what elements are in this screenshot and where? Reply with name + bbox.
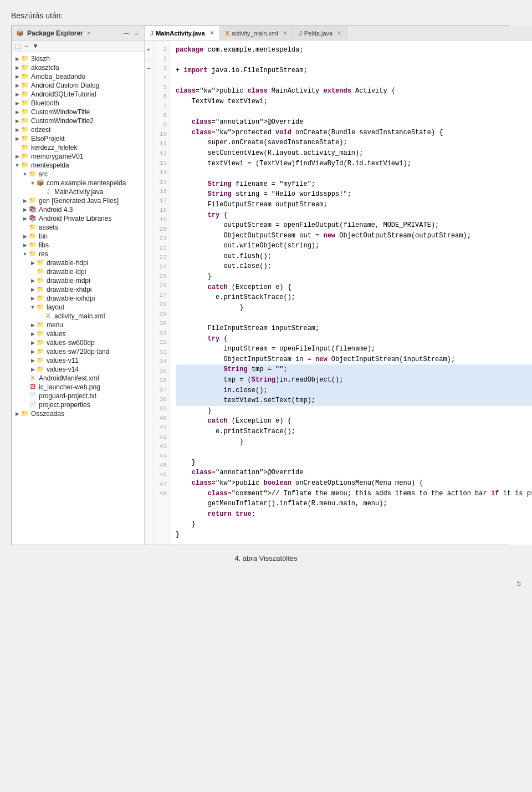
code-line-30: inputStream = openFileInput(filename); [176, 344, 532, 354]
tree-label-ic_launcher_png: ic_launcher-web.png [39, 383, 100, 391]
tree-container[interactable]: ▶ 📁 3kiszh ▶ 📁 akasztcfa ▶ 📁 Amoba_beada… [12, 52, 144, 545]
tree-icon-menu: 📁 [36, 321, 45, 329]
tree-item-mainactivity_java[interactable]: J MainActivity.java [12, 187, 144, 196]
tree-item-elsoprojekt[interactable]: ▶ 📁 ElsoProjekt [12, 134, 144, 143]
tree-item-androidsqlitetutorial[interactable]: ▶ 📁 AndroidSQLiteTutorial [12, 90, 144, 99]
code-line-32: String tmp = ""; [176, 364, 532, 375]
tab-label-pelda_java: Pelda.java [304, 30, 332, 37]
tree-item-android43[interactable]: ▶ 📚 Android 4.3 [12, 205, 144, 214]
code-line-34: in.close(); [176, 385, 532, 396]
gutter-line-42[interactable]: − [145, 64, 153, 73]
tree-label-customwindowtitle2: CustomWindowTitle2 [31, 117, 94, 125]
tree-arrow-drawable_mdpi: ▶ [29, 278, 36, 283]
tree-arrow-3kiszh: ▶ [14, 56, 21, 62]
tree-item-assets[interactable]: 📁 assets [12, 223, 144, 232]
code-line-25: e.printStackTrace(); [176, 292, 532, 303]
code-line-22: out.close(); [176, 261, 532, 272]
tree-label-values_sw600dp: values-sw600dp [47, 339, 95, 347]
tree-item-kerdezz_felelek[interactable]: 📁 kerdezz_felelek [12, 143, 144, 152]
tree-label-kerdezz_felelek: kerdezz_felelek [31, 144, 77, 151]
tree-icon-src: 📁 [28, 170, 37, 178]
tree-item-project_props[interactable]: 📄 project.properties [12, 400, 144, 409]
tree-label-bin: bin [39, 232, 48, 240]
tree-icon-activity_main_xml: X [44, 312, 53, 320]
code-line-6: TextView textView1; [176, 97, 532, 107]
tree-item-edzest[interactable]: ▶ 📁 edzest [12, 125, 144, 134]
code-line-11: setContentView(R.layout.activity_main); [176, 148, 532, 159]
tree-item-drawable_xhdpi[interactable]: ▶ 📁 drawable-xhdpi [12, 285, 144, 294]
tab-close-activity_main_xml[interactable]: ✕ [283, 30, 287, 36]
tree-arrow-drawable_xhdpi: ▶ [29, 287, 36, 292]
tree-item-values_v11[interactable]: ▶ 📁 values-v11 [12, 356, 144, 365]
tree-item-proguard[interactable]: 📄 proguard-project.txt [12, 392, 144, 400]
tree-item-values[interactable]: ▶ 📁 values [12, 329, 144, 338]
tree-label-amoba_beadando: Amoba_beadando [31, 73, 85, 80]
tree-item-android_custom_dialog[interactable]: ▶ 📁 Android Custom Dialog [12, 81, 144, 90]
code-line-43: class="kw">public boolean onCreateOption… [176, 478, 532, 489]
tree-label-androidsqlitetutorial: AndroidSQLiteTutorial [31, 90, 96, 98]
tree-item-src[interactable]: ▼ 📁 src [12, 170, 144, 179]
tree-item-bluetooth[interactable]: ▶ 📁 Bluetooth [12, 99, 144, 108]
tree-item-mentespelda[interactable]: ▼ 📁 mentespelda [12, 161, 144, 170]
tree-item-drawable_ldpi[interactable]: 📁 drawable-ldpi [12, 267, 144, 276]
tree-item-akasztcfa[interactable]: ▶ 📁 akasztcfa [12, 63, 144, 72]
editor-tabs: J MainActivity.java ✕ X activity_main.xm… [145, 26, 532, 40]
tree-label-res: res [39, 250, 48, 258]
tree-label-drawable_hdpi: drawable-hdpi [47, 259, 88, 267]
gutter-line-8[interactable]: − [145, 54, 153, 64]
tree-arrow-osszeadas: ▶ [14, 411, 21, 417]
tree-arrow-androidsqlitetutorial: ▶ [14, 92, 21, 97]
code-line-24: catch (Exception e) { [176, 282, 532, 293]
tab-close-pelda_java[interactable]: ✕ [337, 30, 341, 36]
tree-item-menu[interactable]: ▶ 📁 menu [12, 321, 144, 329]
tab-pelda_java[interactable]: J Pelda.java ✕ [293, 26, 348, 40]
tree-item-amoba_beadando[interactable]: ▶ 📁 Amoba_beadando [12, 72, 144, 81]
maximize-button[interactable]: □ [133, 29, 140, 37]
tree-item-drawable_xxhdpi[interactable]: ▶ 📁 drawable-xxhdpi [12, 294, 144, 303]
tree-label-src: src [39, 170, 48, 178]
figure-caption: 4. ábra Visszatöltés [11, 554, 521, 562]
tree-item-values_sw720dp_land[interactable]: ▶ 📁 values-sw720dp-land [12, 347, 144, 356]
tree-item-bin[interactable]: ▶ 📁 bin [12, 232, 144, 241]
tree-item-activity_main_xml[interactable]: X activity_main.xml [12, 312, 144, 321]
tree-item-customwindowtitle2[interactable]: ▶ 📁 CustomWindowTitle2 [12, 116, 144, 125]
tab-close-mainactivity[interactable]: ✕ [209, 30, 214, 36]
tree-item-memorygamev01[interactable]: ▶ 📁 memorygameV01 [12, 152, 144, 161]
tree-label-androidmanifest: AndroidManifest.xml [39, 374, 99, 382]
tree-item-layout[interactable]: ▼ 📁 layout [12, 303, 144, 312]
code-line-7 [176, 107, 532, 118]
tree-item-ic_launcher_png[interactable]: 🖼 ic_launcher-web.png [12, 383, 144, 392]
tree-item-androidmanifest[interactable]: X AndroidManifest.xml [12, 374, 144, 383]
tree-item-libs[interactable]: ▶ 📁 libs [12, 241, 144, 250]
tree-item-gen[interactable]: ▶ 📁 gen [Generated Java Files] [12, 196, 144, 205]
package-explorer-panel: 📦 Package Explorer ✕ — □ ⬚ ↔ ▼ ▶ 📁 3kisz… [12, 26, 145, 545]
tree-icon-elsoprojekt: 📁 [21, 135, 29, 143]
link-with-editor-button[interactable]: ↔ [23, 42, 30, 50]
tree-item-drawable_mdpi[interactable]: ▶ 📁 drawable-mdpi [12, 276, 144, 285]
minimize-button[interactable]: — [122, 29, 131, 37]
page-number: 5 [11, 579, 521, 587]
tree-item-android_private[interactable]: ▶ 📚 Android Private Libraries [12, 214, 144, 223]
tree-item-3kiszh[interactable]: ▶ 📁 3kiszh [12, 54, 144, 63]
tree-label-layout: layout [47, 303, 64, 311]
tree-item-res[interactable]: ▼ 📁 res [12, 250, 144, 258]
tree-arrow-customwindowtitle2: ▶ [14, 118, 21, 124]
view-menu-button[interactable]: ▼ [32, 42, 39, 50]
collapse-all-button[interactable]: ⬚ [15, 42, 21, 50]
tree-label-libs: libs [39, 241, 49, 249]
tab-mainactivity[interactable]: J MainActivity.java ✕ [145, 26, 220, 40]
tab-activity_main_xml[interactable]: X activity_main.xml ✕ [220, 26, 293, 40]
tree-label-proguard: proguard-project.txt [39, 392, 96, 400]
code-area[interactable]: package com.example.mentespelda;+ import… [170, 40, 532, 545]
gutter-line-3[interactable]: + [145, 45, 153, 54]
tree-item-values_sw600dp[interactable]: ▶ 📁 values-sw600dp [12, 338, 144, 347]
tree-icon-osszeadas: 📁 [21, 410, 29, 418]
tree-item-values_v14[interactable]: ▶ 📁 values-v14 [12, 365, 144, 374]
tree-item-customwindowtitle[interactable]: ▶ 📁 CustomWindowTitle [12, 108, 144, 116]
tree-icon-amoba_beadando: 📁 [21, 73, 29, 80]
code-line-26: } [176, 303, 532, 313]
tree-item-osszeadas[interactable]: ▶ 📁 Osszeadas [12, 409, 144, 418]
tree-icon-androidmanifest: X [28, 374, 37, 382]
tree-item-com_example[interactable]: ▼ 📦 com.example.mentespelda [12, 179, 144, 187]
tree-item-drawable_hdpi[interactable]: ▶ 📁 drawable-hdpi [12, 258, 144, 267]
